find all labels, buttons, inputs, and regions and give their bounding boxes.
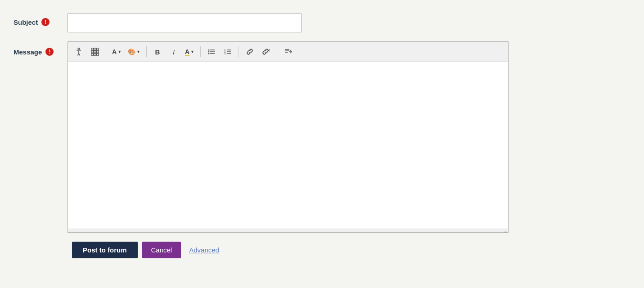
svg-rect-4 — [91, 51, 94, 53]
cancel-button[interactable]: Cancel — [142, 242, 181, 258]
advanced-label: Advanced — [189, 246, 219, 254]
subject-label: Subject — [14, 18, 38, 26]
insert-link-button[interactable] — [243, 45, 257, 59]
ordered-list-button[interactable]: 1. 2. 3. — [221, 45, 235, 59]
editor-toolbar: A ▼ 🎨 ▼ B I A — [68, 42, 508, 62]
svg-point-10 — [208, 50, 210, 51]
bold-button[interactable]: B — [150, 45, 165, 59]
editor-resize-handle[interactable]: ⌟ — [68, 229, 508, 232]
message-editor: A ▼ 🎨 ▼ B I A — [68, 41, 509, 233]
svg-rect-1 — [91, 48, 94, 50]
font-size-label: A — [112, 48, 117, 55]
subject-error-icon: ! — [41, 18, 50, 26]
svg-point-12 — [208, 51, 210, 53]
message-label-group: Message ! — [14, 41, 68, 56]
post-to-forum-button[interactable]: Post to forum — [72, 242, 138, 258]
toolbar-sep-5 — [277, 46, 277, 57]
advanced-button[interactable]: Advanced — [185, 244, 223, 256]
bold-label: B — [155, 48, 160, 56]
subject-input[interactable] — [68, 14, 302, 32]
form-container: Subject ! Message ! — [14, 14, 509, 258]
svg-point-14 — [208, 53, 210, 54]
svg-rect-2 — [94, 48, 96, 50]
remove-link-button[interactable] — [259, 45, 273, 59]
svg-rect-8 — [94, 54, 96, 56]
subject-label-group: Subject ! — [14, 14, 68, 26]
resize-icon: ⌟ — [504, 228, 506, 234]
toolbar-sep-1 — [106, 46, 106, 57]
message-label: Message — [14, 48, 42, 56]
highlight-label: A — [185, 48, 189, 55]
cancel-label: Cancel — [151, 246, 172, 254]
italic-button[interactable]: I — [167, 45, 181, 59]
message-textarea[interactable] — [68, 62, 508, 229]
font-color-button[interactable]: 🎨 ▼ — [126, 45, 143, 59]
post-label: Post to forum — [83, 246, 127, 254]
action-buttons: Post to forum Cancel Advanced — [72, 242, 509, 258]
font-color-arrow: ▼ — [136, 50, 140, 54]
message-row: Message ! — [14, 41, 509, 233]
text-direction-button[interactable] — [281, 45, 295, 59]
toolbar-sep-4 — [239, 46, 239, 57]
highlight-button[interactable]: A ▼ — [183, 45, 197, 59]
svg-rect-7 — [91, 54, 94, 56]
toolbar-sep-2 — [146, 46, 147, 57]
highlight-arrow: ▼ — [190, 50, 194, 54]
svg-rect-5 — [94, 51, 96, 53]
svg-text:3.: 3. — [224, 52, 226, 55]
special-char-button[interactable] — [88, 45, 102, 59]
toolbar-sep-3 — [200, 46, 201, 57]
svg-point-0 — [78, 48, 79, 50]
accessibility-button[interactable] — [72, 45, 86, 59]
message-error-icon: ! — [45, 48, 54, 56]
svg-rect-9 — [97, 54, 99, 56]
svg-rect-3 — [97, 48, 99, 50]
subject-row: Subject ! — [14, 14, 509, 32]
font-size-button[interactable]: A ▼ — [110, 45, 124, 59]
unordered-list-button[interactable] — [204, 45, 219, 59]
font-color-label: 🎨 — [128, 48, 135, 55]
font-size-arrow: ▼ — [117, 50, 122, 54]
italic-label: I — [173, 48, 175, 56]
svg-rect-6 — [97, 51, 99, 53]
